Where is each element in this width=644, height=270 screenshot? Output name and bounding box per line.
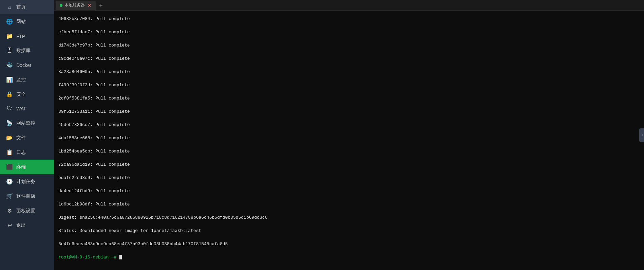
sidebar-item-appstore[interactable]: 🛒软件商店 bbox=[0, 189, 54, 203]
sidebar-label-panel-settings: 面板设置 bbox=[16, 208, 35, 214]
sidebar-label-logs: 日志 bbox=[16, 149, 26, 156]
sidebar-item-database[interactable]: 🗄数据库 bbox=[0, 43, 54, 58]
sidebar-label-terminal: 终端 bbox=[16, 164, 26, 170]
sidebar-label-database: 数据库 bbox=[16, 48, 31, 54]
term-line-38: 1d6bc12b98df: Pull complete bbox=[58, 201, 640, 208]
term-line-42: root@VM-0-16-debian:~# █ bbox=[58, 254, 640, 261]
sidebar-label-cron: 计划任务 bbox=[16, 179, 35, 185]
waf-icon: 🛡 bbox=[6, 106, 13, 112]
sidebar-label-waf: WAF bbox=[16, 106, 27, 111]
term-line-26: d1743de7c97b: Pull complete bbox=[58, 42, 640, 49]
new-tab-button[interactable]: + bbox=[96, 1, 106, 10]
sidebar-label-docker: Docker bbox=[16, 62, 31, 68]
logs-icon: 📋 bbox=[6, 149, 13, 156]
ftp-icon: 📁 bbox=[6, 33, 13, 39]
terminal-output[interactable]: 40632b8e7084: Waiting cfbec5f1dac7: Wait… bbox=[54, 11, 644, 270]
website-icon: 🌐 bbox=[6, 18, 13, 25]
sidebar-label-site-monitor: 网站监控 bbox=[16, 120, 35, 126]
term-line-40: Status: Downloaded newer image for 1pane… bbox=[58, 228, 640, 234]
term-line-39: Digest: sha256:e40a76c6a87286880926b718c… bbox=[58, 214, 640, 221]
home-icon: ⌂ bbox=[6, 4, 13, 10]
site-monitor-icon: 📡 bbox=[6, 120, 13, 126]
term-line-24: 40632b8e7084: Pull complete bbox=[58, 16, 640, 22]
sidebar: ⌂首页🌐网站📁FTP🗄数据库🐳Docker📊监控🔒安全🛡WAF📡网站监控📂文件📋… bbox=[0, 0, 54, 270]
term-line-36: bdafc22ed3c9: Pull complete bbox=[58, 175, 640, 181]
sidebar-label-monitor: 监控 bbox=[16, 77, 26, 83]
main-content: 本地服务器 ✕ + 40632b8e7084: Waiting cfbec5f1… bbox=[54, 0, 644, 270]
term-line-37: da4ed124fbd9: Pull complete bbox=[58, 188, 640, 195]
sidebar-label-files: 文件 bbox=[16, 135, 26, 141]
logout-icon: ↩ bbox=[6, 222, 13, 229]
database-icon: 🗄 bbox=[6, 48, 13, 54]
tab-status-dot bbox=[60, 4, 62, 7]
sidebar-item-logout[interactable]: ↩退出 bbox=[0, 218, 54, 233]
sidebar-label-security: 安全 bbox=[16, 91, 26, 97]
terminal-icon: ⬛ bbox=[6, 164, 13, 170]
term-line-33: 4da1588ee668: Pull complete bbox=[58, 135, 640, 142]
term-line-35: 72ca96da1d19: Pull complete bbox=[58, 161, 640, 168]
term-line-25: cfbec5f1dac7: Pull complete bbox=[58, 29, 640, 36]
sidebar-item-home[interactable]: ⌂首页 bbox=[0, 0, 54, 14]
sidebar-label-home: 首页 bbox=[16, 4, 26, 10]
sidebar-item-docker[interactable]: 🐳Docker bbox=[0, 58, 54, 72]
sidebar-item-website[interactable]: 🌐网站 bbox=[0, 14, 54, 29]
sidebar-item-security[interactable]: 🔒安全 bbox=[0, 87, 54, 102]
tab-label: 本地服务器 bbox=[64, 2, 85, 8]
tab-bar: 本地服务器 ✕ + bbox=[54, 0, 644, 11]
sidebar-label-ftp: FTP bbox=[16, 34, 25, 39]
sidebar-item-terminal[interactable]: ⬛终端 bbox=[0, 160, 54, 174]
cron-icon: 🕐 bbox=[6, 178, 13, 185]
sidebar-item-waf[interactable]: 🛡WAF bbox=[0, 102, 54, 116]
appstore-icon: 🛒 bbox=[6, 193, 13, 199]
term-line-27: c9cde040a07c: Pull complete bbox=[58, 55, 640, 62]
terminal-tab[interactable]: 本地服务器 ✕ bbox=[56, 1, 96, 10]
sidebar-item-ftp[interactable]: 📁FTP bbox=[0, 29, 54, 43]
term-line-28: 3a23a8d46005: Pull complete bbox=[58, 69, 640, 75]
sidebar-label-appstore: 软件商店 bbox=[16, 193, 35, 199]
sidebar-label-logout: 退出 bbox=[16, 222, 26, 229]
security-icon: 🔒 bbox=[6, 91, 13, 97]
term-line-29: f499f39f0f2d: Pull complete bbox=[58, 82, 640, 89]
panel-settings-icon: ⚙ bbox=[6, 208, 13, 214]
monitor-icon: 📊 bbox=[6, 76, 13, 83]
sidebar-item-logs[interactable]: 📋日志 bbox=[0, 145, 54, 160]
files-icon: 📂 bbox=[6, 134, 13, 141]
term-line-32: 45deb7326cc7: Pull complete bbox=[58, 122, 640, 128]
term-line-34: 1bd254bea5cb: Pull complete bbox=[58, 148, 640, 155]
term-line-31: 89f512733a11: Pull complete bbox=[58, 108, 640, 115]
sidebar-item-panel-settings[interactable]: ⚙面板设置 bbox=[0, 203, 54, 218]
docker-icon: 🐳 bbox=[6, 62, 13, 68]
collapse-handle[interactable]: 〈 bbox=[639, 128, 644, 142]
sidebar-label-website: 网站 bbox=[16, 19, 26, 25]
tab-close-icon[interactable]: ✕ bbox=[88, 3, 92, 8]
term-line-30: 2cf0f5381fa5: Pull complete bbox=[58, 95, 640, 102]
sidebar-item-monitor[interactable]: 📊监控 bbox=[0, 72, 54, 87]
sidebar-item-files[interactable]: 📂文件 bbox=[0, 130, 54, 145]
sidebar-item-site-monitor[interactable]: 📡网站监控 bbox=[0, 116, 54, 130]
term-line-41: 6e4fe6eaea483d9cc9ea68ec4f37b93b0fde08b0… bbox=[58, 241, 640, 248]
sidebar-item-cron[interactable]: 🕐计划任务 bbox=[0, 174, 54, 189]
